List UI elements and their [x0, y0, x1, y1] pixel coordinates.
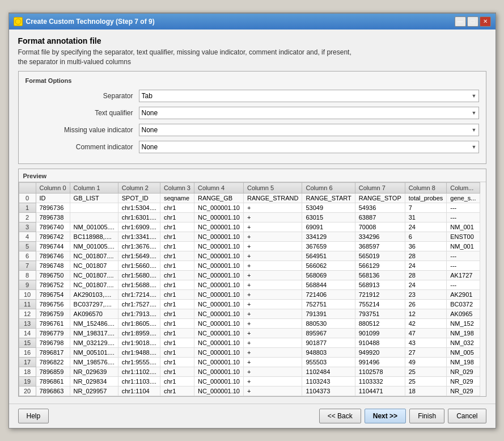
- cell-16-8: 991496: [355, 358, 405, 367]
- cell-8-7: 568844: [302, 280, 355, 290]
- cell-1-5: NC_000001.10: [194, 213, 243, 222]
- cell-2-3: chr1:6909....: [118, 222, 160, 232]
- cell-16-5: NC_000001.10: [194, 358, 243, 367]
- cell-11-3: chr1:7913....: [118, 309, 160, 319]
- cell-2-1: 7896740: [36, 222, 70, 232]
- cell-15-5: NC_000001.10: [194, 348, 243, 358]
- finish-button[interactable]: Finish: [409, 409, 444, 423]
- cell-8-8: 568913: [355, 280, 405, 290]
- description-line1: Format file by specifying the separator,…: [18, 48, 486, 57]
- help-button[interactable]: Help: [18, 409, 49, 423]
- main-window: Create Custom Technology (Step 7 of 9) —…: [9, 12, 496, 429]
- cell-18-2: NR_029834: [70, 377, 118, 387]
- cell-8-3: chr1:5688....: [118, 280, 160, 290]
- cell-6-9: 24: [405, 261, 447, 271]
- col-header-5: Column 5: [243, 183, 302, 194]
- row-index: 12: [19, 309, 36, 319]
- cell-5-2: NC_001807....: [70, 251, 118, 261]
- comment-indicator-select[interactable]: None: [139, 141, 479, 153]
- next-button[interactable]: Next >>: [365, 409, 406, 423]
- cell-1-8: 63887: [355, 213, 405, 222]
- back-button[interactable]: << Back: [319, 409, 361, 423]
- cell-11-9: 12: [405, 309, 447, 319]
- description-line2: the separator in multi-valued columns: [18, 57, 486, 67]
- comment-indicator-select-wrapper: None: [139, 141, 479, 153]
- separator-select-wrapper: Tab: [139, 90, 479, 102]
- cell-18-1: 7896861: [36, 377, 70, 387]
- cell-0-9: 7: [405, 203, 447, 213]
- cell-5-10: ---: [447, 251, 480, 261]
- cancel-button[interactable]: Cancel: [448, 409, 486, 423]
- cell-12-7: 880530: [302, 319, 355, 329]
- cell-17-4: chr1: [160, 367, 194, 377]
- cell-14-6: +: [243, 338, 302, 348]
- cell-6-1: 7896748: [36, 261, 70, 271]
- table-row: 97896752NC_001807....chr1:5688....chr1NC…: [19, 280, 480, 290]
- cell-9-8: 721912: [355, 290, 405, 300]
- cell-5-8: 565019: [355, 251, 405, 261]
- cell-14-9: 43: [405, 338, 447, 348]
- cell-17-10: NR_029: [447, 367, 480, 377]
- cell-19-4: chr1: [160, 387, 194, 396]
- table-row: 57896744NM_001005....chr1:3676....chr1NC…: [19, 242, 480, 251]
- cell-10-3: chr1:7527....: [118, 300, 160, 309]
- cell-3-3: chr1:3341....: [118, 232, 160, 242]
- cell-13-2: NM_198317....: [70, 329, 118, 338]
- maximize-button[interactable]: □: [467, 16, 478, 27]
- cell-18-7: 1103243: [302, 377, 355, 387]
- cell-11-1: 7896759: [36, 309, 70, 319]
- cell-2-8: 70008: [355, 222, 405, 232]
- text-qualifier-label: Text qualifier: [26, 109, 139, 117]
- cell-17-6: +: [243, 367, 302, 377]
- cell-0-4: chr1: [160, 203, 194, 213]
- cell-8-10: ---: [447, 280, 480, 290]
- cell-1-2: [70, 213, 118, 222]
- missing-value-select-wrapper: None: [139, 124, 479, 136]
- cell-2-2: NM_001005....: [70, 222, 118, 232]
- separator-select[interactable]: Tab: [139, 90, 479, 102]
- window-icon: [14, 17, 23, 26]
- row-index: 15: [19, 338, 36, 348]
- table-row: 157896798NM_032129....chr1:9018....chr1N…: [19, 338, 480, 348]
- comment-indicator-label: Comment indicator: [26, 143, 139, 151]
- cell-2-4: chr1: [160, 222, 194, 232]
- cell-17-7: 1102484: [302, 367, 355, 377]
- cell-2-6: +: [243, 222, 302, 232]
- cell-3-4: chr1: [160, 232, 194, 242]
- text-qualifier-select[interactable]: None: [139, 107, 479, 119]
- cell-15-4: chr1: [160, 348, 194, 358]
- cell-7-4: chr1: [160, 271, 194, 280]
- close-button[interactable]: ✕: [480, 16, 491, 27]
- table-row: 87896750NC_001807....chr1:5680....chr1NC…: [19, 271, 480, 280]
- minimize-button[interactable]: —: [455, 16, 466, 27]
- footer: Help << Back Next >> Finish Cancel: [9, 404, 495, 428]
- cell-10-10: BC0372: [447, 300, 480, 309]
- cell-12-6: +: [243, 319, 302, 329]
- cell-16-3: chr1:9555....: [118, 358, 160, 367]
- cell-3-8: 334296: [355, 232, 405, 242]
- cell-12-9: 42: [405, 319, 447, 329]
- cell-15-9: 27: [405, 348, 447, 358]
- table-row: 77896748NC_001807chr1:5660....chr1NC_000…: [19, 261, 480, 271]
- cell-6-7: 566062: [302, 261, 355, 271]
- cell-7-8: 568136: [355, 271, 405, 280]
- row-index: 1: [19, 203, 36, 213]
- format-options-title: Format Options: [26, 77, 479, 84]
- table-row: 207896863NR_029957chr1:1104chr1NC_000001…: [19, 387, 480, 396]
- data-header-8: total_probes: [405, 194, 447, 203]
- cell-18-10: NR_029: [447, 377, 480, 387]
- cell-8-4: chr1: [160, 280, 194, 290]
- title-bar: Create Custom Technology (Step 7 of 9) —…: [9, 14, 495, 30]
- window-title: Create Custom Technology (Step 7 of 9): [26, 18, 155, 26]
- cell-5-1: 7896746: [36, 251, 70, 261]
- cell-17-3: chr1:1102....: [118, 367, 160, 377]
- cell-6-6: +: [243, 261, 302, 271]
- cell-5-6: +: [243, 251, 302, 261]
- cell-10-7: 752751: [302, 300, 355, 309]
- cell-17-8: 1102578: [355, 367, 405, 377]
- missing-value-select[interactable]: None: [139, 124, 479, 136]
- table-row: 187896859NR_029639chr1:1102....chr1NC_00…: [19, 367, 480, 377]
- preview-table-container[interactable]: Column 0 Column 1 Column 2 Column 3 Colu…: [19, 182, 486, 396]
- preview-table: Column 0 Column 1 Column 2 Column 3 Colu…: [19, 182, 480, 396]
- data-header-6: RANGE_START: [302, 194, 355, 203]
